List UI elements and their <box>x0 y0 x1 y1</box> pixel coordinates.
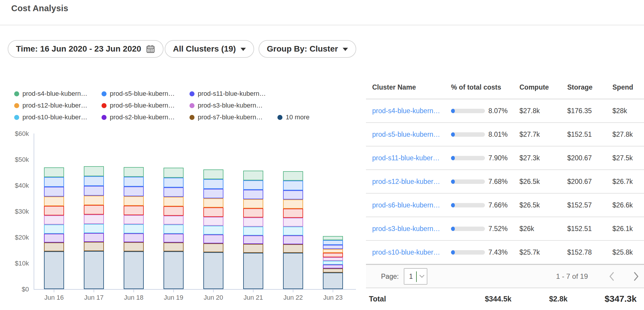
legend-item[interactable]: prod-s12-blue-kuber… <box>14 102 87 109</box>
bar-segment <box>124 187 144 196</box>
bar-segment <box>164 225 184 234</box>
calendar-icon <box>146 44 155 54</box>
bar-segment <box>283 209 303 218</box>
page-select[interactable]: 1 <box>404 268 427 285</box>
bar-segment <box>283 218 303 227</box>
cluster-name-link[interactable]: prod-s12-blue-kuber… <box>366 178 451 186</box>
compute-value: $27.3k <box>508 154 555 162</box>
legend-item[interactable]: prod-s2-blue-kubern… <box>102 113 175 121</box>
cluster-name-link[interactable]: prod-s10-blue-kuber… <box>366 248 451 256</box>
spend-value: $27.8k <box>601 131 644 138</box>
y-axis-tick-label: $10k <box>2 260 29 267</box>
legend-item[interactable]: prod-s5-blue-kubern… <box>102 90 175 98</box>
page-label: Page: <box>381 272 399 280</box>
cluster-name-link[interactable]: prod-s6-blue-kubern… <box>366 201 451 209</box>
total-label: Total <box>369 295 386 303</box>
bar-segment <box>203 226 223 235</box>
storage-value: $200.67 <box>555 154 601 162</box>
bar-segment <box>203 169 223 179</box>
bar-segment <box>323 245 343 249</box>
bar-segment <box>323 257 343 261</box>
bar-segment <box>283 244 303 253</box>
pct-progress-fill <box>451 227 455 231</box>
bar-segment <box>243 227 263 235</box>
bar-segment <box>243 199 263 208</box>
clusters-filter-pill[interactable]: All Clusters (19) <box>165 40 254 58</box>
legend-item[interactable]: prod-s11-blue-kubern… <box>189 90 266 98</box>
storage-value: $152.51 <box>555 225 601 233</box>
bar-segment <box>203 189 223 198</box>
bar-segment <box>44 234 64 243</box>
cluster-table: Cluster Name % of total costs Compute St… <box>366 76 644 310</box>
bar-segment <box>124 177 144 187</box>
pct-value: 7.43% <box>485 248 508 256</box>
x-axis-tick-label: Jun 21 <box>237 294 269 301</box>
bar-segment <box>164 251 184 289</box>
bar-segment <box>44 177 64 187</box>
bar-segment <box>243 244 263 253</box>
bar-segment <box>84 176 104 186</box>
cluster-name-link[interactable]: prod-s4-blue-kubern… <box>366 107 451 115</box>
x-axis-tick <box>213 290 214 292</box>
time-filter-pill[interactable]: Time: 16 Jun 2020 - 23 Jun 2020 <box>8 40 164 58</box>
x-axis-tick <box>54 290 54 292</box>
legend-item[interactable]: prod-s7-blue-kubern… <box>189 113 263 121</box>
bar-segment <box>283 227 303 235</box>
bar-segment <box>323 249 343 253</box>
cluster-name-link[interactable]: prod-s3-blue-kubern… <box>366 225 451 233</box>
pct-value: 7.66% <box>485 201 508 209</box>
compute-value: $27.8k <box>508 107 555 115</box>
prev-page-button[interactable] <box>607 271 616 281</box>
total-storage-value: $2.8k <box>549 295 568 303</box>
table-body: prod-s4-blue-kubern…8.07%$27.8k$176.35$2… <box>366 99 644 264</box>
pct-value: 8.07% <box>485 107 508 115</box>
legend-item[interactable]: prod-s10-blue-kuber… <box>14 113 87 121</box>
column-header-cluster-name: Cluster Name <box>366 83 451 91</box>
pct-progress-bar <box>451 227 485 231</box>
next-page-button[interactable] <box>632 271 640 281</box>
compute-value: $25.7k <box>508 248 555 256</box>
x-axis-tick-label: Jun 18 <box>117 294 150 301</box>
pct-progress-cell <box>451 109 485 113</box>
groupby-filter-pill[interactable]: Group By: Cluster <box>259 40 356 58</box>
bar-segment <box>323 273 343 289</box>
bar-segment <box>124 242 144 251</box>
storage-value: $152.57 <box>555 201 601 209</box>
chevron-down-icon <box>241 48 246 51</box>
bar-segment <box>283 171 303 181</box>
bar-segment <box>283 190 303 200</box>
bar-segment <box>323 265 343 268</box>
bar-segment <box>84 251 104 289</box>
cost-chart: $0$10k$20k$30k$40k$50k$60kJun 16Jun 17Ju… <box>0 130 366 306</box>
legend-item[interactable]: 10 more <box>277 113 310 121</box>
time-filter-label: Time: 16 Jun 2020 - 23 Jun 2020 <box>16 44 141 54</box>
bar-segment <box>84 233 104 242</box>
cluster-name-link[interactable]: prod-s11-blue-kuber… <box>366 154 451 162</box>
table-row: prod-s11-blue-kuber…7.90%$27.3k$200.67$2… <box>366 146 644 170</box>
bar-segment <box>203 217 223 226</box>
bar-segment <box>323 268 343 273</box>
legend-label: 10 more <box>286 113 310 121</box>
groupby-filter-label: Group By: Cluster <box>267 44 338 54</box>
bar-segment <box>283 181 303 190</box>
bar-segment <box>124 233 144 242</box>
bar-segment <box>124 206 144 215</box>
bar-segment <box>84 205 104 215</box>
x-axis-line <box>34 289 356 290</box>
pct-progress-bar <box>451 132 485 137</box>
bar-segment <box>44 187 64 197</box>
legend-item[interactable]: prod-s3-blue-kubern… <box>189 102 263 109</box>
y-axis-tick-label: $50k <box>2 156 29 164</box>
cluster-name-link[interactable]: prod-s5-blue-kubern… <box>366 131 451 138</box>
legend-item[interactable]: prod-s4-blue-kubern… <box>14 90 87 98</box>
legend-item[interactable]: prod-s6-blue-kubern… <box>102 102 175 109</box>
column-header-spend: Spend <box>601 83 644 91</box>
x-axis-tick <box>133 290 134 292</box>
x-axis-tick-label: Jun 23 <box>317 294 349 301</box>
y-axis-line <box>34 133 34 290</box>
pct-value: 7.52% <box>485 225 508 233</box>
pct-progress-cell <box>451 156 485 160</box>
bar-segment <box>44 197 64 206</box>
bar-segment <box>164 216 184 225</box>
pct-progress-cell <box>451 203 485 207</box>
